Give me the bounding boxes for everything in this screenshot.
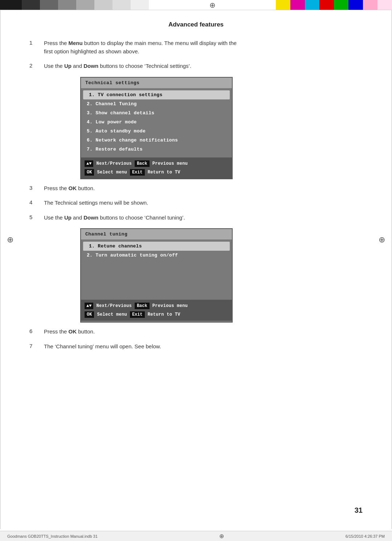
- color-bar-top: ⊕: [0, 0, 392, 10]
- footer-label: Select menu: [97, 312, 127, 317]
- bottom-right-text: 6/15/2010 4:26:37 PM: [346, 534, 385, 538]
- channel-tuning-menu: Channel tuning 1. Retune channels 2. Tur…: [80, 228, 233, 323]
- menu-items: 1. Retune channels 2. Turn automatic tun…: [81, 239, 232, 298]
- back-button: Back: [135, 160, 150, 167]
- ok-button: OK: [85, 311, 94, 318]
- instruction-list: 6 Press the OK button. 7 The ‘Channel tu…: [29, 328, 363, 351]
- menu-footer: ▲▼ Next/Previous Back Previous menu OK S…: [81, 300, 232, 321]
- footer-label: Next/Previous: [96, 161, 132, 166]
- item-number: 5: [29, 214, 44, 220]
- footer-row: OK Select menu Exit Return to TV: [85, 168, 228, 177]
- item-number: 2: [29, 62, 44, 69]
- menu-footer: ▲▼ Next/Previous Back Previous menu OK S…: [81, 157, 232, 179]
- footer-label: Previous menu: [152, 161, 188, 166]
- cb-swatch: [94, 0, 113, 10]
- cb-spacer: [221, 0, 276, 10]
- list-item: 5 Use the Up and Down buttons to choose …: [29, 214, 363, 222]
- item-number: 6: [29, 328, 44, 334]
- item-number: 1: [29, 39, 44, 46]
- menu-item: 1. TV connection settings: [83, 90, 230, 99]
- crosshair-icon: ⊕: [219, 533, 224, 540]
- crosshair-icon: ⊕: [203, 0, 221, 10]
- instruction-list: 1 Press the Menu button to display the m…: [29, 39, 363, 70]
- cb-swatch: [113, 0, 131, 10]
- cb-swatch: [40, 0, 58, 10]
- footer-row: ▲▼ Next/Previous Back Previous menu: [85, 159, 228, 168]
- bottom-left-text: Goodmans GDB20TTS_Instruction Manual.ind…: [7, 534, 98, 538]
- cb-swatch: [131, 0, 149, 10]
- footer-label: Return to TV: [148, 312, 180, 317]
- exit-button: Exit: [130, 311, 145, 318]
- menu-item: 1. Retune channels: [83, 242, 230, 251]
- footer-label: Next/Previous: [96, 303, 132, 308]
- list-item: 3 Press the OK button.: [29, 184, 363, 193]
- item-text: The ‘Channel tuning’ menu will open. See…: [44, 343, 161, 351]
- menu-item: 2. Turn automatic tuning on/off: [81, 251, 232, 260]
- item-number: 7: [29, 343, 44, 349]
- cb-swatch: [377, 0, 392, 10]
- footer-label: Select menu: [97, 170, 127, 175]
- item-text: Use the Up and Down buttons to choose ‘T…: [44, 62, 191, 70]
- menu-items: 1. TV connection settings 2. Channel Tun…: [81, 88, 232, 156]
- cb-swatch: [319, 0, 334, 10]
- cb-swatch: [290, 0, 305, 10]
- item-number: 4: [29, 199, 44, 205]
- menu-item: 4. Low power mode: [81, 118, 232, 127]
- list-item: 6 Press the OK button.: [29, 328, 363, 336]
- menu-item: 3. Show channel details: [81, 108, 232, 118]
- page-content: ⊕ ⊕ Advanced features 1 Press the Menu b…: [0, 10, 392, 529]
- cb-swatch: [22, 0, 40, 10]
- item-text: Use the Up and Down buttons to choose ‘C…: [44, 214, 185, 222]
- registration-mark-right: ⊕: [379, 235, 385, 245]
- footer-row: ▲▼ Next/Previous Back Previous menu: [85, 302, 228, 310]
- cb-swatch: [0, 0, 22, 10]
- menu-item: 6. Network change notifications: [81, 136, 232, 145]
- item-number: 3: [29, 184, 44, 191]
- menu-item: 7. Restore defaults: [81, 145, 232, 154]
- cb-swatch: [276, 0, 290, 10]
- back-button: Back: [135, 303, 150, 309]
- list-item: 7 The ‘Channel tuning’ menu will open. S…: [29, 343, 363, 351]
- list-item: 1 Press the Menu button to display the m…: [29, 39, 363, 56]
- item-text: Press the OK button.: [44, 328, 95, 336]
- exit-button: Exit: [130, 169, 145, 176]
- menu-title: Channel tuning: [81, 229, 232, 239]
- arrow-button: ▲▼: [85, 303, 93, 309]
- cb-spacer: [149, 0, 203, 10]
- item-text: Press the OK button.: [44, 184, 95, 193]
- technical-settings-menu: Technical settings 1. TV connection sett…: [80, 77, 233, 179]
- footer-label: Previous menu: [152, 303, 188, 308]
- instruction-list: 3 Press the OK button. 4 The Technical s…: [29, 184, 363, 222]
- ok-button: OK: [85, 169, 94, 176]
- cb-swatch: [305, 0, 319, 10]
- item-text: The Technical settings menu will be show…: [44, 199, 148, 207]
- footer-label: Return to TV: [148, 170, 180, 175]
- cb-swatch: [58, 0, 76, 10]
- menu-item: 2. Channel Tuning: [81, 99, 232, 108]
- cb-swatch: [334, 0, 348, 10]
- menu-item: 5. Auto standby mode: [81, 127, 232, 136]
- footer-row: OK Select menu Exit Return to TV: [85, 310, 228, 319]
- bottom-bar: Goodmans GDB20TTS_Instruction Manual.ind…: [0, 531, 392, 541]
- cb-swatch: [363, 0, 377, 10]
- cb-swatch: [76, 0, 94, 10]
- page-number: 31: [355, 506, 363, 515]
- list-item: 2 Use the Up and Down buttons to choose …: [29, 62, 363, 70]
- page-title: Advanced features: [29, 21, 363, 28]
- registration-mark-left: ⊕: [7, 235, 13, 245]
- menu-title: Technical settings: [81, 78, 232, 88]
- list-item: 4 The Technical settings menu will be sh…: [29, 199, 363, 207]
- cb-swatch: [348, 0, 363, 10]
- arrow-button: ▲▼: [85, 160, 93, 167]
- item-text: Press the Menu button to display the mai…: [44, 39, 237, 56]
